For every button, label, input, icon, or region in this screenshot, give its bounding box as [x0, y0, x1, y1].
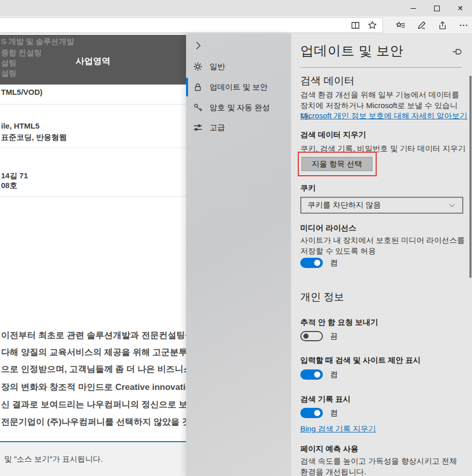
hub-icon[interactable] — [395, 20, 406, 31]
media-license-description: 사이트가 내 장치에서 보호된 미디어 라이선스를 저장할 수 있도록 허용 — [300, 235, 465, 256]
choose-what-to-clear-button[interactable]: 지울 항목 선택 — [301, 157, 373, 171]
settings-panel: 업데이트 및 보안 검색 데이터 검색 환경 개선을 위해 일부 기능에서 데이… — [291, 34, 472, 476]
toggle-on-control[interactable] — [300, 369, 323, 380]
toggle-on-control[interactable] — [300, 408, 323, 418]
page-prediction-description: 검색 속도를 높이고 가독성을 향상시키고 전체 환경을 개선됩니다. — [300, 456, 465, 476]
page-text-fragment: 14길 71 — [1, 171, 28, 181]
close-button[interactable]: ✕ — [448, 0, 472, 16]
toolbar-icons — [395, 16, 469, 34]
sidebar-item-general[interactable]: 일반 — [186, 56, 291, 77]
address-bar[interactable] — [0, 17, 383, 33]
reading-view-icon[interactable] — [350, 20, 361, 31]
sliders-icon — [193, 122, 203, 133]
favorite-star-icon[interactable] — [367, 20, 378, 31]
content-area: S 개발 및 솔루션개발 종합 컨설팅 설팅 설팅 사업영역 TML5/VOD)… — [0, 34, 472, 476]
maximize-button[interactable] — [425, 0, 448, 16]
sidebar-item-update-security[interactable]: 업데이트 및 보안 — [186, 77, 291, 97]
page-header-fragment: 설팅 — [1, 69, 16, 78]
media-license-heading: 미디어 라이선스 — [300, 223, 356, 233]
chevron-down-icon — [448, 201, 456, 210]
page-divider — [0, 148, 186, 148]
page-body-line: 다해 양질의 교육서비스의 제공을 위해 고군분투해 왔 — [1, 346, 186, 358]
page-text-fragment: TML5/VOD) — [1, 88, 43, 96]
page-header-band: S 개발 및 솔루션개발 종합 컨설팅 설팅 설팅 사업영역 — [0, 35, 186, 85]
scrollbar-thumb[interactable] — [469, 76, 471, 278]
page-body-line: 장의 변화와 창조적 마인드로 Creative innovation을 — [1, 381, 186, 393]
toggle-knob — [314, 260, 320, 266]
search-history-toggle[interactable]: 켬 — [300, 407, 338, 419]
sidebar-item-advanced[interactable]: 고급 — [186, 117, 291, 138]
browser-toolbar — [0, 16, 472, 34]
settings-menu: 일반 업데이트 및 보안 암호 및 자동 완성 고급 — [186, 34, 291, 476]
sidebar-item-label: 일반 — [210, 62, 225, 72]
status-tooltip-text: 및 "소스 보기"가 표시됩니다. — [4, 454, 102, 464]
search-suggestions-toggle[interactable]: 켬 — [300, 369, 338, 380]
minimize-icon — [411, 8, 416, 9]
page-text-fragment: 08호 — [1, 181, 17, 191]
more-icon[interactable] — [458, 20, 469, 31]
media-license-toggle[interactable]: 켬 — [300, 257, 338, 268]
do-not-track-toggle[interactable]: 끔 — [300, 330, 338, 342]
collapse-flyout-button[interactable] — [193, 40, 204, 51]
privacy-learn-more-link[interactable]: Microsoft 개인 정보 보호에 대해 자세히 알아보기 — [300, 111, 467, 121]
search-history-heading: 검색 기록 표시 — [300, 395, 351, 404]
sidebar-item-label: 고급 — [210, 123, 225, 133]
cookies-dropdown[interactable]: 쿠키를 차단하지 않음 — [300, 197, 463, 214]
page-body-line: 으로 인정받으며, 고객님들께 좀 더 나은 비즈니스 환경 — [1, 363, 186, 375]
close-icon: ✕ — [457, 5, 463, 12]
clear-bing-history-link[interactable]: Bing 검색 기록 지우기 — [300, 424, 376, 434]
ink-icon[interactable] — [416, 20, 427, 31]
page-divider — [0, 196, 186, 197]
window-controls: ✕ — [401, 0, 472, 16]
page-section-title: 사업영역 — [0, 55, 186, 67]
status-tooltip: 및 "소스 보기"가 표시됩니다. — [0, 442, 186, 476]
toggle-state-label: 켬 — [330, 258, 338, 268]
page-text-fragment: ile, HTML5 — [1, 121, 39, 130]
toggle-state-label: 끔 — [330, 332, 338, 341]
page-body-line: 이전부터 최초로 관련 솔루션개발과 전문컨설팅을 시작 — [1, 329, 186, 341]
share-icon[interactable] — [437, 20, 448, 31]
page-text-fragment: 표준코딩, 반응형웹 — [1, 133, 67, 142]
section-heading-privacy: 개인 정보 — [300, 290, 344, 304]
background-page: S 개발 및 솔루션개발 종합 컨설팅 설팅 설팅 사업영역 TML5/VOD)… — [0, 34, 186, 476]
toggle-off-control[interactable] — [300, 331, 323, 341]
cookies-dropdown-value: 쿠키를 차단하지 않음 — [307, 200, 448, 210]
toggle-knob — [314, 410, 320, 416]
toggle-on-control[interactable] — [300, 258, 323, 268]
maximize-icon — [434, 6, 440, 11]
sidebar-item-label: 업데이트 및 보안 — [210, 82, 268, 92]
page-prediction-heading: 페이지 예측 사용 — [300, 444, 358, 454]
gear-icon — [193, 61, 203, 72]
titlebar: ✕ — [0, 0, 472, 16]
do-not-track-heading: 추적 안 함 요청 보내기 — [300, 318, 378, 327]
pin-icon[interactable] — [453, 48, 462, 55]
page-body-line: 전문기업이 (주)나우컴퍼니를 선택하지 않았을 것입니 — [1, 416, 186, 428]
cookies-heading: 쿠키 — [300, 183, 316, 193]
toggle-state-label: 켬 — [330, 370, 338, 380]
page-body-line: 신 결과로 보여드리는 나우컴퍼니의 정신으로 보답하겠 — [1, 399, 186, 410]
clear-browsing-data-heading: 검색 데이터 지우기 — [300, 130, 366, 140]
title-divider — [300, 67, 462, 68]
sidebar-item-label: 암호 및 자동 완성 — [210, 103, 270, 113]
page-divider — [0, 104, 186, 105]
page-header-fragment: S 개발 및 솔루션개발 — [1, 37, 74, 47]
sidebar-item-passwords-autofill[interactable]: 암호 및 자동 완성 — [186, 97, 291, 118]
search-suggestions-heading: 입력할 때 검색 및 사이트 제안 표시 — [300, 356, 421, 365]
page-title: 업데이트 및 보안 — [300, 42, 403, 60]
chevron-right-icon — [193, 40, 204, 51]
minimize-button[interactable] — [401, 0, 425, 16]
toggle-knob — [314, 371, 320, 378]
key-icon — [193, 102, 203, 113]
section-heading-browsing-data: 검색 데이터 — [300, 74, 355, 88]
toggle-knob — [303, 334, 309, 339]
toggle-state-label: 켬 — [330, 408, 338, 418]
lock-icon — [193, 82, 203, 92]
